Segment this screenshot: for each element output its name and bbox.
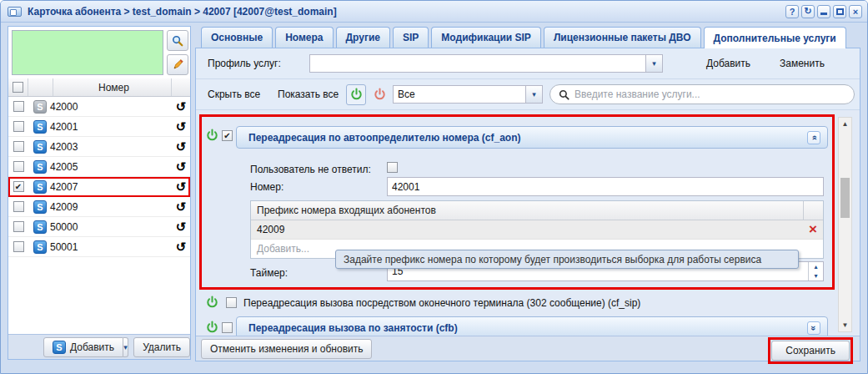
tab-nomera[interactable]: Номера — [275, 27, 333, 48]
table-row[interactable]: S 50001 ↺ — [8, 237, 190, 257]
tab-drugie[interactable]: Другие — [336, 27, 390, 48]
sip-icon: S — [33, 240, 47, 254]
tab-sip[interactable]: SIP — [393, 27, 429, 48]
table-row[interactable]: S 42000 ↺ — [8, 97, 190, 117]
edit-button[interactable] — [167, 54, 188, 75]
sip-icon: S — [33, 120, 47, 134]
power-off-filter-button[interactable] — [369, 84, 389, 105]
refresh-icon[interactable]: ↻ — [801, 5, 815, 18]
service-filter-combo[interactable]: Все ▾ — [393, 85, 543, 104]
search-button[interactable] — [167, 30, 188, 51]
cf-aon-title: Переадресация по автоопределителю номера… — [248, 132, 520, 144]
history-icon[interactable]: ↺ — [172, 139, 190, 154]
table-row[interactable]: S 42005 ↺ — [8, 157, 190, 177]
cf-aon-header[interactable]: Переадресация по автоопределителю номера… — [236, 126, 828, 149]
expand-button[interactable]: » — [807, 321, 820, 335]
show-all-button[interactable]: Показать все — [278, 88, 339, 100]
table-row[interactable]: S 50000 ↺ — [8, 217, 190, 237]
minimize-icon[interactable] — [817, 5, 830, 18]
service-search-input[interactable] — [574, 88, 845, 100]
sip-icon: S — [33, 140, 47, 154]
table-row[interactable]: S 42009 ↺ — [8, 197, 190, 217]
table-row-selected[interactable]: ✔ S 42007 ↺ — [8, 177, 190, 197]
history-icon[interactable]: ↺ — [172, 220, 190, 235]
table-row[interactable]: S 42001 ↺ — [8, 117, 190, 137]
add-subscriber-dropdown[interactable]: ▾ — [123, 337, 128, 357]
filter-toolbar: Скрыть все Показать все Все ▾ — [196, 79, 860, 110]
service-filter-value: Все — [394, 86, 525, 103]
row-checkbox[interactable] — [13, 241, 24, 252]
profile-add-button[interactable]: Добавить — [706, 58, 750, 69]
subscriber-card-window: Карточка абонента > test_domain > 42007 … — [0, 0, 868, 374]
select-all-checkbox[interactable] — [13, 82, 23, 93]
sip-icon: S — [33, 100, 47, 114]
cf-aon-power-icon[interactable] — [205, 129, 219, 143]
table-row[interactable]: S 42003 ↺ — [8, 137, 190, 157]
prefix-action-column — [803, 201, 823, 220]
profile-replace-button[interactable]: Заменить — [780, 58, 825, 69]
cf-sip-title: Переадресация вызова посредством оконечн… — [243, 297, 640, 309]
subscriber-list-panel: Номер S 42000 ↺ S 42001 ↺ S 42003 ↺ — [8, 26, 191, 360]
icon-column-header[interactable] — [28, 78, 53, 96]
tooltip-text: Задайте префикс номера по которому будет… — [344, 254, 761, 265]
delete-subscriber-button[interactable]: Удалить — [133, 337, 190, 357]
profile-combo-value — [310, 55, 645, 72]
history-icon[interactable]: ↺ — [172, 240, 190, 255]
help-icon[interactable]: ? — [785, 5, 799, 18]
number-column-header[interactable]: Номер — [53, 78, 172, 96]
chevron-down-icon[interactable]: ▾ — [645, 55, 662, 72]
services-scrollbar[interactable]: ▲ ▼ — [838, 117, 852, 332]
tab-osnovnye[interactable]: Основные — [201, 27, 273, 48]
tab-licenzionnye-pakety-dvo[interactable]: Лицензионные пакеты ДВО — [544, 27, 701, 48]
history-icon[interactable]: ↺ — [172, 99, 190, 114]
number-input[interactable] — [387, 177, 824, 196]
history-icon[interactable]: ↺ — [172, 159, 190, 174]
subscriber-number: 50000 — [47, 221, 172, 233]
quick-search-field[interactable] — [12, 30, 163, 75]
power-on-filter-button[interactable] — [346, 84, 366, 105]
cf-sip-power-icon[interactable] — [205, 296, 219, 310]
cf-aon-enable-checkbox[interactable]: ✔ — [222, 130, 233, 141]
tab-modifikacii-sip[interactable]: Модификации SIP — [431, 27, 541, 48]
row-checkbox-checked[interactable]: ✔ — [13, 181, 24, 192]
row-checkbox[interactable] — [13, 101, 24, 112]
cfb-power-icon[interactable] — [205, 321, 219, 335]
subscriber-number: 50001 — [47, 241, 172, 253]
spinner-down-icon[interactable]: ▾ — [809, 271, 823, 280]
subscriber-number: 42003 — [47, 141, 172, 153]
left-panel-footer: S Добавить ▾ Удалить — [8, 334, 190, 359]
collapse-button[interactable]: » — [807, 131, 820, 144]
sip-icon: S — [53, 341, 66, 354]
prefix-add-placeholder: Добавить... — [251, 243, 309, 255]
add-subscriber-button[interactable]: S Добавить — [43, 337, 123, 357]
row-checkbox[interactable] — [13, 141, 24, 152]
save-button[interactable]: Сохранить — [771, 341, 850, 361]
maximize-icon[interactable] — [833, 5, 846, 18]
chevron-down-icon[interactable]: ▾ — [525, 86, 542, 103]
service-search-field[interactable] — [549, 84, 855, 104]
close-icon[interactable]: × — [849, 5, 862, 18]
row-checkbox[interactable] — [13, 121, 24, 132]
no-answer-checkbox[interactable] — [387, 162, 398, 173]
row-checkbox[interactable] — [13, 161, 24, 172]
spinner-up-icon[interactable]: ▴ — [809, 262, 823, 271]
cf-sip-enable-checkbox[interactable] — [226, 297, 237, 308]
scrollbar-thumb[interactable] — [840, 178, 850, 218]
row-checkbox[interactable] — [13, 201, 24, 212]
delete-prefix-icon[interactable]: × — [803, 221, 823, 238]
tab-dopolnitelnye-uslugi[interactable]: Дополнительные услуги — [704, 27, 846, 48]
hide-all-button[interactable]: Скрыть все — [208, 88, 260, 100]
cfb-header[interactable]: Переадресация вызова по занятости (cfb) … — [236, 316, 828, 337]
prefix-row[interactable]: 42009 × — [251, 220, 823, 240]
search-icon — [172, 35, 183, 47]
scroll-up-icon[interactable]: ▲ — [839, 118, 851, 130]
profile-combo[interactable]: ▾ — [309, 54, 663, 73]
cancel-refresh-button[interactable]: Отменить изменения и обновить — [201, 339, 372, 359]
row-checkbox[interactable] — [13, 221, 24, 232]
cfb-enable-checkbox[interactable] — [222, 322, 233, 333]
pencil-icon — [172, 59, 183, 71]
history-icon[interactable]: ↺ — [172, 200, 190, 215]
history-icon[interactable]: ↺ — [172, 179, 190, 195]
history-icon[interactable]: ↺ — [172, 119, 190, 134]
scroll-down-icon[interactable]: ▼ — [839, 319, 851, 331]
